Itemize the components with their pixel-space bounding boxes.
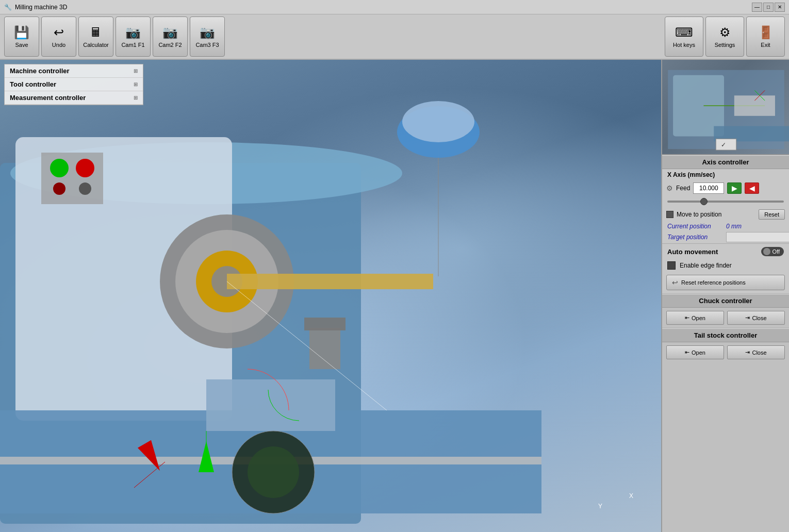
title-bar: 🔧 Milling machine 3D — □ ✕ (0, 0, 789, 14)
chuck-buttons: ⇤ Open ⇥ Close (662, 308, 789, 328)
chuck-close-icon: ⇥ (745, 314, 750, 321)
svg-point-15 (76, 159, 94, 177)
toolbar: 💾 Save ↩ Undo 🖩 Calculator 📷 Cam1 F1 📷 C… (0, 14, 789, 60)
feed-input[interactable] (693, 182, 724, 194)
measurement-controller-item[interactable]: Measurement controller ⊞ (5, 91, 143, 105)
chuck-open-icon: ⇤ (685, 314, 689, 321)
target-position-row: Target position (662, 231, 789, 243)
feed-slider-row (662, 196, 789, 207)
chuck-close-button[interactable]: ⇥ Close (727, 311, 785, 325)
svg-rect-9 (304, 318, 346, 330)
move-to-position-checkbox[interactable]: Move to position (666, 211, 721, 218)
feed-label: Feed (676, 185, 690, 192)
feed-row: ⚙ Feed ▶ ◀ (662, 180, 789, 196)
edge-finder-checkbox[interactable] (667, 261, 676, 270)
left-panel: Machine controller ⊞ Tool controller ⊞ M… (4, 64, 143, 105)
hotkeys-icon: ⌨ (675, 25, 693, 40)
toggle-circle-icon (763, 248, 770, 255)
window-title: Milling machine 3D (15, 4, 67, 11)
toggle-label: Off (772, 248, 780, 255)
mini-viewport-render: ✓ (662, 60, 789, 154)
undo-icon: ↩ (54, 25, 64, 40)
measurement-controller-label: Measurement controller (10, 94, 86, 102)
cam3-button[interactable]: 📷 Cam3 F3 (190, 16, 225, 57)
auto-movement-toggle[interactable]: Off (761, 247, 784, 256)
hotkeys-button[interactable]: ⌨ Hot keys (665, 16, 703, 57)
svg-rect-13 (41, 153, 103, 204)
svg-rect-34 (734, 95, 775, 116)
move-to-position-label: Move to position (677, 211, 721, 218)
calculator-icon: 🖩 (90, 25, 102, 40)
cam2-icon: 📷 (162, 25, 178, 40)
axis-label: X Axis (mm/sec) (662, 169, 789, 180)
close-button[interactable]: ✕ (775, 3, 785, 12)
tool-controller-item[interactable]: Tool controller ⊞ (5, 78, 143, 91)
3d-viewport[interactable]: Y X Machine controller ⊞ Tool controller… (0, 60, 661, 532)
cam3-icon: 📷 (200, 25, 215, 40)
undo-button[interactable]: ↩ Undo (41, 16, 76, 57)
measurement-controller-expand-icon: ⊞ (134, 95, 138, 101)
svg-point-14 (50, 159, 69, 177)
auto-movement-row: Auto movement Off (662, 243, 789, 259)
main-area: Y X Machine controller ⊞ Tool controller… (0, 60, 789, 532)
maximize-button[interactable]: □ (763, 3, 774, 12)
calculator-button[interactable]: 🖩 Calculator (78, 16, 113, 57)
svg-text:Y: Y (598, 503, 602, 510)
svg-point-17 (79, 182, 91, 195)
svg-point-16 (53, 182, 65, 195)
edge-finder-label: Enable edge finder (680, 262, 732, 269)
axis-controller: Axis controller X Axis (mm/sec) ⚙ Feed ▶… (662, 155, 789, 293)
reset-reference-label: Reset reference positions (681, 279, 746, 286)
move-to-position-check-icon (666, 211, 673, 218)
auto-movement-label: Auto movement (667, 248, 718, 256)
cam1-icon: 📷 (125, 25, 141, 40)
target-position-label: Target position (667, 234, 724, 241)
title-bar-controls: — □ ✕ (752, 3, 785, 12)
move-negative-button[interactable]: ◀ (745, 182, 759, 194)
exit-icon: 🚪 (758, 25, 774, 40)
settings-icon: ⚙ (719, 25, 731, 40)
tail-stock-open-button[interactable]: ⇤ Open (666, 345, 724, 359)
save-button[interactable]: 💾 Save (4, 16, 39, 57)
svg-rect-11 (206, 379, 335, 431)
svg-point-20 (402, 101, 474, 142)
reset-ref-icon: ↩ (672, 278, 678, 287)
tail-stock-close-icon: ⇥ (745, 349, 750, 356)
current-position-label: Current position (667, 223, 724, 230)
chuck-controller-section: Chuck controller ⇤ Open ⇥ Close (662, 293, 789, 328)
tail-stock-title: Tail stock controller (662, 328, 789, 342)
chuck-open-button[interactable]: ⇤ Open (666, 311, 724, 325)
save-icon: 💾 (14, 25, 29, 40)
svg-point-22 (248, 446, 299, 498)
machine-render: Y X (0, 60, 661, 532)
settings-button[interactable]: ⚙ Settings (705, 16, 744, 57)
tail-stock-close-button[interactable]: ⇥ Close (727, 345, 785, 359)
tail-stock-buttons: ⇤ Open ⇥ Close (662, 342, 789, 362)
current-position-row: Current position 0 mm (662, 222, 789, 231)
exit-button[interactable]: 🚪 Exit (746, 16, 785, 57)
machine-controller-label: Machine controller (10, 67, 70, 75)
current-position-value: 0 mm (726, 223, 742, 230)
axis-controller-title: Axis controller (662, 155, 789, 169)
minimize-button[interactable]: — (752, 3, 762, 12)
svg-rect-7 (227, 274, 433, 289)
edge-finder-row: Enable edge finder (662, 259, 789, 272)
tool-controller-expand-icon: ⊞ (134, 81, 138, 87)
cam2-button[interactable]: 📷 Cam2 F2 (153, 16, 188, 57)
title-bar-left: 🔧 Milling machine 3D (4, 4, 67, 11)
cam1-button[interactable]: 📷 Cam1 F1 (116, 16, 151, 57)
svg-text:X: X (629, 492, 633, 500)
tail-stock-section: Tail stock controller ⇤ Open ⇥ Close (662, 328, 789, 362)
target-position-input[interactable] (726, 232, 789, 242)
mini-viewport[interactable]: ✓ (662, 60, 789, 155)
svg-rect-8 (309, 328, 340, 369)
window-icon: 🔧 (4, 4, 12, 11)
move-positive-button[interactable]: ▶ (727, 182, 742, 194)
machine-controller-item[interactable]: Machine controller ⊞ (5, 64, 143, 78)
reset-reference-button[interactable]: ↩ Reset reference positions (666, 275, 785, 290)
right-panel: ✓ Axis controller X Axis (mm/sec) ⚙ Feed… (661, 60, 789, 532)
svg-text:✓: ✓ (721, 141, 726, 148)
feed-slider[interactable] (667, 201, 784, 203)
reset-axis-button[interactable]: Reset (759, 209, 785, 220)
move-position-row: Move to position Reset (662, 207, 789, 222)
